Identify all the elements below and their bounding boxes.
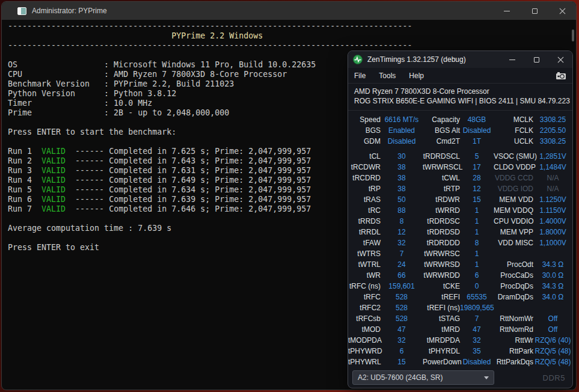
terminal-line: PYPrime 2.2 Windows [8,31,571,41]
timing-value: 528 [381,293,423,301]
timing-label: tMRD [423,325,460,334]
timing-label: tCKE [423,282,460,290]
close-icon [557,57,564,63]
timing-value: Disabled [460,126,494,135]
timing-row: tRFCsb528tSTAG7RttNomWrOff [348,313,572,324]
timing-label: MCLK [494,115,533,124]
menu-item-help[interactable]: Help [409,72,424,80]
timing-label: tPHYRDL [423,347,460,355]
timing-value: 17 [460,163,494,171]
timing-label: GDM [348,137,381,145]
timing-label: tCL [348,152,381,161]
terminal-title: Administrator: PYPrime [32,7,493,15]
timing-label: tWRWRSCL [423,163,460,171]
timing-value: 19809,565 [460,304,494,312]
timing-row: tCL30tRDRDSCL5VSOC (SMU)1,2851V [348,151,572,162]
timing-value: 30 [381,152,423,161]
timing-row: tWR66tWRWRDD6ProcCaDs30.0 Ω [348,270,572,281]
screenshot-button[interactable] [556,72,566,80]
timing-row: tWTRS7tWRWRSC1 [348,248,572,259]
timing-value: 38 [381,174,423,182]
zentimings-app-icon [353,55,363,64]
timing-label: PowerDown [423,358,460,366]
menu-item-tools[interactable]: Tools [379,72,396,80]
close-button[interactable] [548,2,576,20]
zentimings-window-controls [500,51,572,68]
timing-label: MEM VDDQ [494,206,533,215]
timing-value: 528 [381,304,423,312]
timing-label: tRDRDSC [423,217,460,225]
timing-value: 12 [460,185,494,193]
motherboard-bios: ROG STRIX B650E-E GAMING WIFI | BIOS 241… [354,96,566,106]
timing-value: 159,601 [381,282,423,290]
timing-label: tRDRDSD [423,228,460,236]
timing-label: RttPark [494,347,533,355]
timing-value: 1.8000V [533,228,572,236]
timing-row: tWTRL24tWRWRSD1ProcOdt34.3 Ω [348,259,572,270]
timing-value: 1 [460,206,494,215]
timing-row: tRC88tWRRD1MEM VDDQ1.1150V [348,205,572,216]
minimize-button[interactable] [500,51,524,68]
timing-label: tPHYWRD [348,347,381,355]
timing-label: UCLK [494,137,533,145]
timing-label: tWTRL [348,260,381,269]
zentimings-window: ZenTimings 1.32.1257 (debug) FileToolsHe… [348,51,573,388]
timing-label: tRRDS [348,217,381,225]
menu-item-file[interactable]: File [354,72,366,80]
timing-row: tRFC2528tREFI (ns)19809,565 [348,302,572,313]
timing-value: 35 [460,347,494,355]
timing-row: Speed6616 MT/sCapacity48GBMCLK3308.25 [348,114,572,125]
timing-value: 1.1150V [533,206,572,215]
timing-label: tRTP [423,185,460,193]
timing-value: 2205.50 [533,126,572,135]
timing-label: tRFC (ns) [348,282,381,290]
memory-type-label: DDR5 [543,373,565,382]
timing-row: tPHYWRL15PowerDownDisabledRttParkDqsRZQ/… [348,357,572,367]
timing-row: BGSEnabledBGS AltDisabledFCLK2205.50 [348,125,572,136]
maximize-button[interactable] [524,51,548,68]
timing-label: tCWL [423,174,460,182]
timing-value: 38 [381,185,423,193]
timing-label: tRFCsb [348,314,381,323]
timing-row: tRCDRD38tCWL28VDDG CCDN/A [348,173,572,183]
close-button[interactable] [548,51,572,68]
timing-label: ProcCaDs [494,271,533,280]
dimm-selector[interactable]: A2: UD5-7600 (24GB, SR) [352,370,494,385]
timing-value: 7 [381,250,423,258]
timing-label: tRDWR [423,195,460,204]
terminal-line: ----------------------------------------… [8,22,571,31]
timing-value: N/A [533,174,572,182]
timing-value: 6 [381,347,423,355]
terminal-scrollbar-thumb[interactable] [572,29,574,41]
timing-value: 1.4000V [533,217,572,225]
timing-value: 34.3 Ω [533,260,572,269]
timing-value: 1,1000V [533,239,572,247]
timing-value: 1 [460,250,494,258]
timing-label: Cmd2T [423,137,460,145]
zentimings-footer: A2: UD5-7600 (24GB, SR) DDR5 [348,370,572,385]
minimize-button[interactable] [493,2,521,20]
memory-timings-grid: tCL30tRDRDSCL5VSOC (SMU)1,2851VtRCDWR38t… [348,151,572,367]
timing-value: 12 [381,228,423,236]
timing-label: tFAW [348,239,381,247]
timing-value: 1.1250V [533,195,572,204]
timing-row: tMOD47tMRD47RttNomRdOff [348,324,572,335]
timing-value: 8 [381,217,423,225]
timing-value: 66 [381,271,423,280]
timing-label: tRCDRD [348,174,381,182]
timing-value: 47 [381,325,423,334]
maximize-button[interactable] [521,2,548,20]
timing-row: tPHYWRD6tPHYRDL35RttParkRZQ/5 (48) [348,346,572,357]
timing-value: 1 [460,228,494,236]
timing-label: tWRWRDD [423,271,460,280]
timing-label: MEM VPP [494,228,533,236]
timing-value: 15 [381,358,423,366]
timing-value: 28 [460,174,494,182]
timing-label: tMODPDA [348,336,381,345]
terminal-line: ----------------------------------------… [8,41,571,51]
timing-value: 47 [460,325,494,334]
timing-label: Speed [348,115,381,124]
timing-row: tRRDS8tRDRDSC1CPU VDDIO1.4000V [348,216,572,227]
timing-label: tRP [348,185,381,193]
timing-value: 5 [460,152,494,161]
